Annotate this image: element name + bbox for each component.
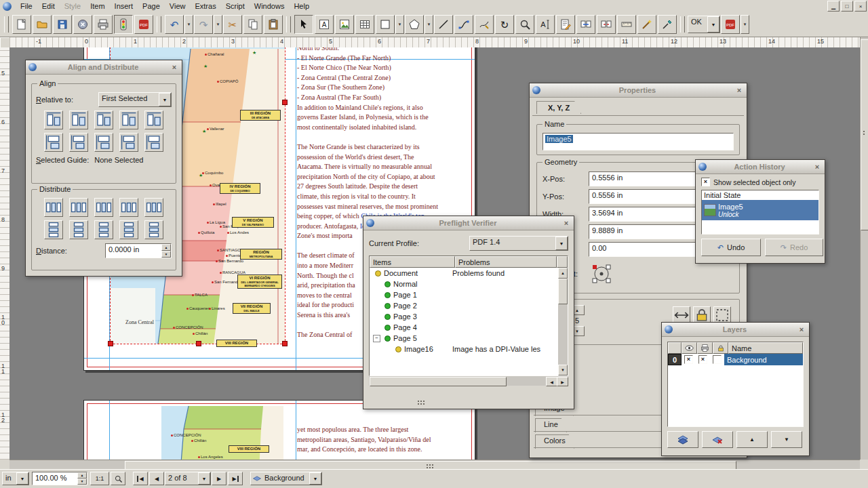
measurements-button[interactable] — [617, 15, 636, 34]
insert-freehand-line-button[interactable] — [475, 15, 494, 34]
close-icon[interactable]: × — [797, 325, 806, 334]
layer-level[interactable]: 0 — [668, 354, 682, 365]
resize-handle[interactable] — [196, 341, 201, 346]
table-horizontal-scrollbar[interactable]: ◀ ▶ — [369, 376, 568, 386]
dialog-titlebar[interactable]: Action History × — [696, 160, 825, 174]
name-column-header[interactable]: Name — [728, 342, 803, 354]
menu-style[interactable]: Style — [60, 1, 85, 12]
insert-image-frame-button[interactable] — [335, 15, 354, 34]
image-frame[interactable]: CONCEPCIÓNChillánLos Angeles VIII REGIÓN — [161, 406, 283, 460]
menu-help[interactable]: Help — [289, 1, 314, 12]
polygon-dropdown-button[interactable]: ▼ — [425, 15, 433, 34]
menu-insert[interactable]: Insert — [110, 1, 138, 12]
pdf-tools-button[interactable]: PDF — [721, 15, 740, 34]
close-icon[interactable]: × — [170, 62, 179, 72]
lock-column-header[interactable] — [713, 342, 728, 354]
toolbar-drag-handle[interactable] — [286, 16, 291, 33]
problem-row[interactable]: Page 4 — [370, 322, 568, 333]
menu-windows[interactable]: Windows — [250, 1, 290, 12]
close-document-button[interactable] — [73, 15, 92, 34]
redo-button[interactable]: ↷ Redo — [765, 239, 823, 256]
vertical-guide[interactable] — [109, 401, 110, 460]
lower-layer-button[interactable]: ▼ — [771, 431, 802, 448]
link-text-frames-button[interactable] — [576, 15, 595, 34]
toolbar-drag-handle[interactable] — [4, 16, 9, 33]
pdf-export-button[interactable]: PDF — [134, 15, 153, 34]
dialog-titlebar[interactable]: Preflight Verifier × — [363, 216, 574, 230]
undo-button[interactable]: ↶ — [165, 15, 184, 34]
problem-row[interactable]: Page 3 — [370, 311, 568, 322]
raise-layer-button[interactable]: ▲ — [736, 431, 768, 448]
problem-row[interactable]: − Page 5 — [370, 333, 568, 344]
spin-up-icon[interactable]: ▲ — [77, 472, 87, 479]
insert-table-button[interactable] — [355, 15, 374, 34]
name-input[interactable]: Image5 — [542, 133, 734, 150]
menu-script[interactable]: Script — [221, 1, 250, 12]
scrollbar-thumb[interactable] — [370, 377, 507, 386]
pdf-tools-dropdown-button[interactable]: ▼ — [741, 15, 749, 34]
print-document-button[interactable] — [94, 15, 113, 34]
text-frame[interactable]: yet most populous area. The three larges… — [297, 425, 475, 455]
layer-lock-checkbox[interactable] — [713, 355, 722, 364]
preflight-verifier-button[interactable] — [114, 15, 133, 34]
scroll-right-icon[interactable]: ▶ — [557, 377, 568, 386]
menu-edit[interactable]: Edit — [37, 1, 60, 12]
layer-print-checkbox[interactable]: × — [698, 355, 707, 364]
open-document-button[interactable] — [33, 15, 52, 34]
relative-to-combobox[interactable]: First Selected ▼ — [98, 92, 172, 107]
previous-page-button[interactable]: ◀ — [149, 472, 164, 485]
print-column-header[interactable] — [697, 342, 713, 354]
history-item[interactable]: Initial State — [702, 190, 818, 200]
zoom-spinbox[interactable]: 100.00 % ▲▼ — [32, 472, 87, 485]
vertical-scrollbar[interactable] — [860, 37, 868, 460]
basepoint-widget[interactable] — [589, 261, 614, 287]
problem-row[interactable]: Page 1 — [370, 289, 568, 300]
insert-bezier-button[interactable] — [454, 15, 473, 34]
tab-xyz[interactable]: X, Y, Z — [536, 101, 581, 114]
select-item-button[interactable] — [294, 15, 313, 34]
menu-view[interactable]: View — [165, 1, 191, 12]
zoom-button[interactable] — [515, 15, 534, 34]
close-icon[interactable]: × — [812, 162, 822, 171]
insert-shape-button[interactable] — [376, 15, 395, 34]
page-combobox[interactable]: 2 of 8 ▼ — [165, 472, 211, 485]
resize-handle[interactable] — [282, 100, 288, 105]
column-header-items[interactable]: Items — [370, 256, 455, 268]
resize-grip[interactable] — [418, 401, 425, 402]
new-document-button[interactable] — [12, 15, 31, 34]
menu-extras[interactable]: Extras — [190, 1, 220, 12]
layer-name[interactable]: Background — [724, 354, 803, 365]
copy-item-properties-button[interactable] — [637, 15, 656, 34]
resize-handle[interactable] — [108, 341, 113, 346]
toolbar-drag-handle[interactable] — [157, 16, 161, 33]
collapse-icon[interactable]: − — [373, 335, 380, 342]
maximize-button[interactable]: □ — [841, 1, 853, 12]
visible-column-header[interactable] — [682, 342, 697, 354]
profile-combobox[interactable]: PDF 1.4 ▼ — [469, 236, 568, 251]
close-icon[interactable]: × — [561, 218, 571, 228]
layer-visible-checkbox[interactable]: × — [684, 355, 693, 364]
problem-row[interactable]: Document Problems found — [370, 268, 568, 279]
insert-polygon-button[interactable] — [405, 15, 424, 34]
dialog-titlebar[interactable]: Align and Distribute × — [26, 60, 182, 75]
unit-combobox[interactable]: in ▼ — [2, 472, 29, 485]
horizontal-ruler[interactable]: -10123456789101112131415 — [9, 37, 860, 48]
scrollbar-thumb[interactable] — [558, 279, 568, 304]
copy-button[interactable] — [243, 15, 262, 34]
scroll-up-icon[interactable]: ▲ — [558, 268, 568, 279]
undo-button[interactable]: ↶ Undo — [701, 239, 761, 256]
first-page-button[interactable]: ◀ — [133, 472, 148, 485]
show-selected-checkbox[interactable]: × — [701, 178, 710, 186]
edit-contents-button[interactable]: A — [536, 15, 555, 34]
paste-button[interactable] — [264, 15, 283, 34]
rotate-item-button[interactable]: ↻ — [495, 15, 514, 34]
zoom-1-1-button[interactable]: 1:1 — [90, 472, 109, 485]
next-page-button[interactable]: ▶ — [212, 472, 226, 485]
column-header-problems[interactable]: Problems — [455, 256, 557, 268]
toolbar-drag-handle[interactable] — [680, 16, 685, 33]
dropdown-icon[interactable]: ▼ — [16, 472, 28, 485]
dropdown-icon[interactable]: ▼ — [198, 472, 210, 485]
insert-text-frame-button[interactable]: A — [315, 15, 334, 34]
pdf-push-button-tool[interactable]: OK ▼ — [688, 16, 720, 33]
last-page-button[interactable]: ▶ — [228, 472, 243, 485]
